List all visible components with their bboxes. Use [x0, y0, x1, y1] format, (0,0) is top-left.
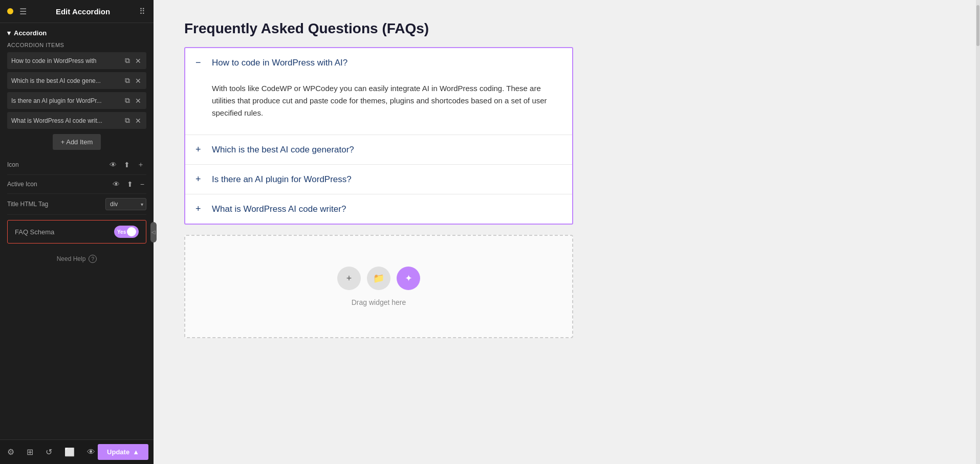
delete-item-1-icon[interactable]: ✕: [134, 56, 142, 66]
drop-zone: + 📁 ✦ Drag widget here: [184, 235, 573, 338]
copy-item-3-icon[interactable]: ⧉: [124, 95, 131, 106]
drop-zone-icons: + 📁 ✦: [337, 267, 420, 290]
toggle-yes-label: Yes: [117, 229, 126, 235]
title-html-tag-row: Title HTML Tag div h1 h2 h3 h4 h5 h6 spa…: [7, 194, 146, 215]
active-icon-eye-icon[interactable]: 👁: [111, 179, 122, 189]
accordion-item-open: − How to code in WordPress with AI? With…: [185, 48, 572, 135]
chevron-down-icon: ▾: [7, 29, 11, 37]
delete-item-4-icon[interactable]: ✕: [134, 116, 142, 126]
grid-icon[interactable]: ⠿: [138, 6, 146, 17]
accordion-item-row-2[interactable]: Which is the best AI code gene... ⧉ ✕: [7, 72, 146, 89]
mac-dot: [7, 8, 13, 14]
accordion-item-row-4[interactable]: What is WordPress AI code writ... ⧉ ✕: [7, 112, 146, 129]
help-icon: ?: [89, 255, 97, 263]
accordion-body-1: With tools like CodeWP or WPCodey you ca…: [185, 77, 572, 135]
accordion-question-1: How to code in WordPress with AI?: [212, 58, 347, 68]
accordion-item-row-3[interactable]: Is there an AI plugin for WordPr... ⧉ ✕: [7, 92, 146, 109]
responsive-icon[interactable]: ⬜: [62, 445, 77, 459]
faq-schema-row: FAQ Schema Yes: [7, 220, 146, 244]
update-button[interactable]: Update ▲: [98, 444, 148, 460]
accordion-header-2[interactable]: + Which is the best AI code generator?: [185, 135, 572, 164]
accordion-section-toggle[interactable]: ▾ Accordion: [7, 29, 146, 37]
sidebar-title: Edit Accordion: [56, 7, 110, 16]
faq-schema-toggle[interactable]: Yes: [114, 226, 139, 238]
layers-icon[interactable]: ⊞: [25, 445, 35, 459]
accordion-item-3: + Is there an AI plugin for WordPress?: [185, 165, 572, 194]
icon-eye-icon[interactable]: 👁: [107, 160, 119, 170]
toggle-slider: Yes: [114, 226, 139, 238]
delete-item-2-icon[interactable]: ✕: [134, 76, 142, 86]
icon-upload-icon[interactable]: ⬆: [122, 160, 132, 170]
accordion-plus-icon-4: +: [195, 204, 206, 214]
accordion-header-3[interactable]: + Is there an AI plugin for WordPress?: [185, 165, 572, 194]
copy-item-1-icon[interactable]: ⧉: [124, 55, 131, 66]
history-icon[interactable]: ↺: [43, 445, 54, 459]
accordion-question-4: What is WordPress AI code writer?: [212, 204, 346, 214]
update-label: Update: [107, 448, 129, 456]
icon-prop-row: Icon 👁 ⬆ ＋: [7, 155, 146, 175]
accordion-item-row-1[interactable]: How to code in WordPress with ⧉ ✕: [7, 52, 146, 69]
delete-item-3-icon[interactable]: ✕: [134, 96, 142, 106]
accordion-minus-icon: −: [195, 57, 206, 68]
faq-schema-label: FAQ Schema: [15, 228, 54, 236]
copy-item-4-icon[interactable]: ⧉: [124, 115, 131, 126]
title-html-tag-label: Title HTML Tag: [7, 201, 48, 208]
icon-label: Icon: [7, 161, 19, 168]
scrollbar-thumb: [976, 5, 979, 46]
faq-main-title: Frequently Asked Questions (FAQs): [184, 20, 573, 37]
icon-plus-icon[interactable]: ＋: [135, 159, 146, 170]
update-chevron-icon: ▲: [133, 448, 139, 456]
accordion-header-1[interactable]: − How to code in WordPress with AI?: [185, 48, 572, 77]
accordion-widget: − How to code in WordPress with AI? With…: [184, 47, 573, 225]
add-item-button[interactable]: + Add Item: [53, 134, 101, 150]
right-scrollbar[interactable]: [976, 0, 980, 464]
active-icon-prop-row: Active Icon 👁 ⬆ −: [7, 175, 146, 194]
drop-zone-label: Drag widget here: [352, 298, 406, 306]
accordion-items-label: Accordion Items: [7, 42, 146, 48]
accordion-item-4: + What is WordPress AI code writer?: [185, 194, 572, 224]
accordion-section-label: Accordion: [14, 29, 47, 37]
copy-item-2-icon[interactable]: ⧉: [124, 75, 131, 86]
accordion-item-text-2: Which is the best AI code gene...: [11, 77, 124, 84]
accordion-item-text-4: What is WordPress AI code writ...: [11, 117, 124, 124]
sidebar-header: ☰ Edit Accordion ⠿: [0, 0, 154, 23]
sidebar-bottom-bar: ⚙ ⊞ ↺ ⬜ 👁 Update ▲: [0, 439, 154, 464]
hamburger-icon[interactable]: ☰: [18, 6, 28, 17]
accordion-header-4[interactable]: + What is WordPress AI code writer?: [185, 194, 572, 224]
accordion-item-2: + Which is the best AI code generator?: [185, 135, 572, 165]
active-icon-label: Active Icon: [7, 181, 37, 188]
need-help-label: Need Help: [57, 255, 86, 262]
accordion-item-text-3: Is there an AI plugin for WordPr...: [11, 97, 124, 104]
eye-preview-icon[interactable]: 👁: [85, 446, 97, 459]
sidebar-scroll-area: ▾ Accordion Accordion Items How to code …: [0, 23, 154, 439]
ai-magic-icon[interactable]: ✦: [397, 267, 420, 290]
accordion-plus-icon-2: +: [195, 144, 206, 155]
sidebar: ☰ Edit Accordion ⠿ ▾ Accordion Accordion…: [0, 0, 154, 464]
title-html-tag-select[interactable]: div h1 h2 h3 h4 h5 h6 span p: [105, 198, 146, 210]
accordion-item-text-1: How to code in WordPress with: [11, 57, 124, 64]
accordion-question-2: Which is the best AI code generator?: [212, 145, 354, 155]
accordion-question-3: Is there an AI plugin for WordPress?: [212, 174, 352, 185]
active-icon-upload-icon[interactable]: ⬆: [125, 179, 135, 189]
need-help-section[interactable]: Need Help ?: [7, 249, 146, 269]
folder-icon[interactable]: 📁: [367, 267, 390, 290]
main-content: Frequently Asked Questions (FAQs) − How …: [154, 0, 980, 464]
settings-icon[interactable]: ⚙: [5, 445, 16, 459]
add-widget-icon[interactable]: +: [337, 267, 361, 290]
accordion-plus-icon-3: +: [195, 174, 206, 185]
active-icon-minus-icon[interactable]: −: [138, 179, 146, 189]
resize-handle[interactable]: ◁: [150, 222, 157, 242]
